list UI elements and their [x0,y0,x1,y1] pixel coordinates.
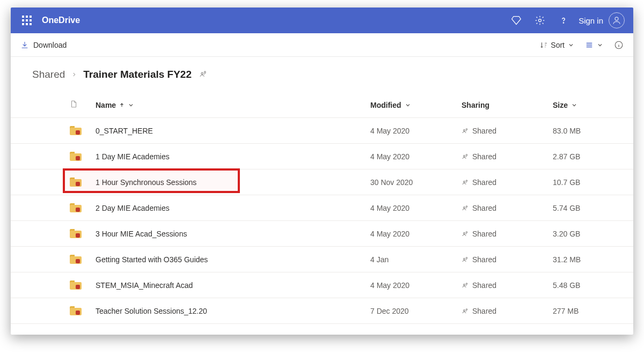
svg-point-19 [466,283,467,284]
modified-date: 4 May 2020 [370,281,462,290]
chevron-down-icon [568,42,574,48]
column-name[interactable]: Name [96,101,370,109]
people-icon [462,205,469,211]
file-name[interactable]: Getting Started with O365 Guides [96,255,370,264]
svg-point-21 [466,308,467,310]
modified-date: 30 Nov 2020 [370,178,462,187]
file-size: 5.74 GB [553,204,633,212]
svg-point-13 [466,205,467,207]
sharing-status[interactable]: Shared [462,204,553,212]
svg-point-14 [464,232,465,234]
chevron-down-icon [128,102,134,108]
sharing-status[interactable]: Shared [462,127,553,135]
chevron-down-icon [405,102,411,108]
settings-icon[interactable] [528,10,552,31]
sharing-status[interactable]: Shared [462,178,553,187]
sharing-status[interactable]: Shared [462,307,553,315]
table-row[interactable]: 1 Day MIE Academies4 May 2020Shared2.87 … [11,144,633,169]
table-row[interactable]: 1 Hour Synchronous Sessions30 Nov 2020Sh… [11,169,633,195]
shared-folder-icon [70,126,82,135]
chevron-down-icon [597,42,603,48]
file-size: 10.7 GB [553,178,633,187]
file-size: 5.48 GB [553,281,633,290]
file-name[interactable]: 0_START_HERE [96,127,370,135]
svg-point-20 [464,309,465,311]
command-bar: Download Sort [11,33,633,57]
content-area: Shared Trainer Materials FY22 Name Modi [11,57,633,335]
breadcrumb: Shared Trainer Materials FY22 [11,57,633,92]
sign-in-link[interactable]: Sign in [579,16,603,25]
breadcrumb-root[interactable]: Shared [32,69,65,80]
svg-point-8 [464,155,465,157]
file-name[interactable]: 1 Day MIE Academies [96,152,370,161]
column-modified[interactable]: Modified [370,101,462,109]
people-icon [462,256,469,263]
sort-label: Sort [551,41,565,49]
column-sharing[interactable]: Sharing [462,101,553,109]
svg-point-10 [464,181,465,182]
svg-point-18 [464,284,465,285]
sharing-status[interactable]: Shared [462,152,553,161]
file-name[interactable]: Teacher Solution Sessions_12.20 [96,307,370,315]
people-icon [462,308,469,314]
file-size: 3.20 GB [553,230,633,238]
modified-date: 4 May 2020 [370,230,462,238]
svg-point-15 [466,231,467,233]
column-icon[interactable] [70,99,96,110]
column-size[interactable]: Size [553,101,633,109]
avatar-icon[interactable] [609,12,625,28]
file-name[interactable]: STEM_MSIA_Minecraft Acad [96,281,370,290]
file-size: 2.87 GB [553,152,633,161]
download-button[interactable]: Download [20,41,67,49]
chevron-right-icon [71,71,77,78]
table-row[interactable]: 3 Hour MIE Acad_Sessions4 May 2020Shared… [11,221,633,247]
file-name[interactable]: 3 Hour MIE Acad_Sessions [96,230,370,238]
modified-date: 4 May 2020 [370,204,462,212]
modified-date: 4 May 2020 [370,152,462,161]
svg-point-9 [466,154,467,156]
people-icon [462,153,469,160]
share-indicator-icon[interactable] [199,69,208,80]
table-row[interactable]: Teacher Solution Sessions_12.207 Dec 202… [11,298,633,324]
file-table: Name Modified Sharing Size 0_START_HERE4… [11,92,633,324]
table-header: Name Modified Sharing Size [11,92,633,118]
shared-folder-icon [70,203,82,212]
premium-icon[interactable] [504,10,528,31]
svg-point-12 [464,206,465,208]
file-name[interactable]: 1 Hour Synchronous Sessions [96,178,370,187]
app-launcher-icon[interactable] [16,10,38,31]
svg-point-6 [464,129,465,131]
shared-folder-icon [70,178,82,187]
shared-folder-icon [70,306,82,315]
svg-point-2 [615,17,618,20]
svg-point-1 [564,23,564,23]
app-title[interactable]: OneDrive [42,16,80,25]
svg-point-7 [466,128,467,130]
people-icon [462,282,469,289]
info-button[interactable] [609,40,626,50]
svg-point-0 [539,19,541,22]
table-row[interactable]: Getting Started with O365 Guides4 JanSha… [11,247,633,272]
view-button[interactable] [580,41,609,49]
chevron-down-icon [571,102,577,108]
svg-point-4 [201,72,203,75]
modified-date: 4 Jan [370,255,462,264]
file-size: 31.2 MB [553,255,633,264]
file-name[interactable]: 2 Day MIE Academies [96,204,370,212]
table-row[interactable]: 0_START_HERE4 May 2020Shared83.0 MB [11,118,633,144]
sharing-status[interactable]: Shared [462,255,553,264]
svg-point-17 [466,257,467,258]
svg-point-5 [204,71,206,73]
sharing-status[interactable]: Shared [462,230,553,238]
shared-folder-icon [70,280,82,290]
help-icon[interactable] [552,10,575,31]
sort-button[interactable]: Sort [535,41,580,49]
people-icon [462,179,469,186]
table-row[interactable]: STEM_MSIA_Minecraft Acad4 May 2020Shared… [11,272,633,298]
table-row[interactable]: 2 Day MIE Academies4 May 2020Shared5.74 … [11,195,633,221]
file-size: 83.0 MB [553,127,633,135]
breadcrumb-current[interactable]: Trainer Materials FY22 [83,69,192,80]
app-header: OneDrive Sign in [11,8,633,33]
sort-asc-icon [119,102,125,108]
sharing-status[interactable]: Shared [462,281,553,290]
